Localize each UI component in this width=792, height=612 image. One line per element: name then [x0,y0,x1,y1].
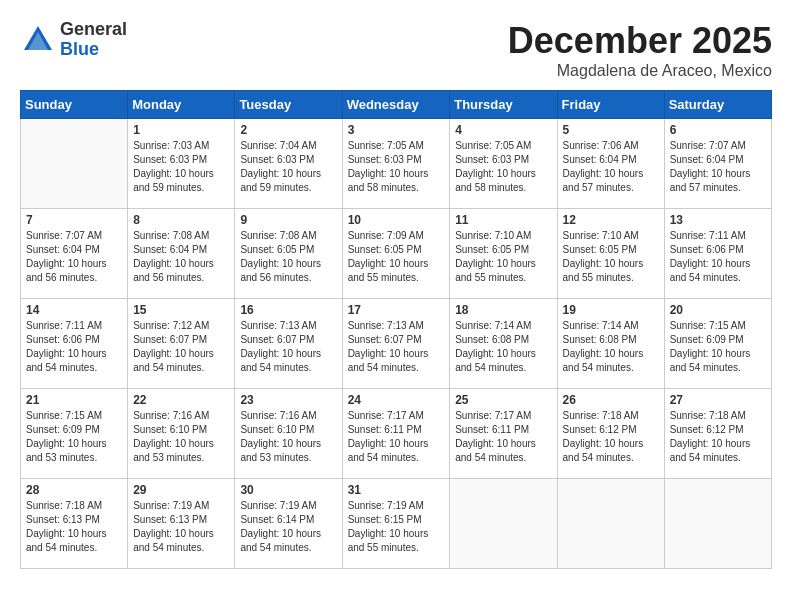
location: Magdalena de Araceo, Mexico [508,62,772,80]
day-number: 20 [670,303,766,317]
calendar-cell: 28Sunrise: 7:18 AM Sunset: 6:13 PM Dayli… [21,479,128,569]
day-number: 25 [455,393,551,407]
day-number: 23 [240,393,336,407]
day-number: 27 [670,393,766,407]
calendar-cell: 8Sunrise: 7:08 AM Sunset: 6:04 PM Daylig… [128,209,235,299]
day-info: Sunrise: 7:18 AM Sunset: 6:12 PM Dayligh… [563,409,659,465]
day-info: Sunrise: 7:07 AM Sunset: 6:04 PM Dayligh… [26,229,122,285]
day-info: Sunrise: 7:05 AM Sunset: 6:03 PM Dayligh… [348,139,445,195]
day-info: Sunrise: 7:14 AM Sunset: 6:08 PM Dayligh… [563,319,659,375]
calendar-table: SundayMondayTuesdayWednesdayThursdayFrid… [20,90,772,569]
calendar-cell: 5Sunrise: 7:06 AM Sunset: 6:04 PM Daylig… [557,119,664,209]
day-info: Sunrise: 7:05 AM Sunset: 6:03 PM Dayligh… [455,139,551,195]
day-of-week-tuesday: Tuesday [235,91,342,119]
calendar-cell [557,479,664,569]
calendar-cell [450,479,557,569]
calendar-cell: 18Sunrise: 7:14 AM Sunset: 6:08 PM Dayli… [450,299,557,389]
logo-blue: Blue [60,40,127,60]
calendar-cell: 23Sunrise: 7:16 AM Sunset: 6:10 PM Dayli… [235,389,342,479]
calendar-cell: 31Sunrise: 7:19 AM Sunset: 6:15 PM Dayli… [342,479,450,569]
day-number: 22 [133,393,229,407]
day-number: 29 [133,483,229,497]
logo-text: General Blue [60,20,127,60]
calendar-cell: 21Sunrise: 7:15 AM Sunset: 6:09 PM Dayli… [21,389,128,479]
day-info: Sunrise: 7:10 AM Sunset: 6:05 PM Dayligh… [563,229,659,285]
calendar-cell: 20Sunrise: 7:15 AM Sunset: 6:09 PM Dayli… [664,299,771,389]
calendar-cell: 6Sunrise: 7:07 AM Sunset: 6:04 PM Daylig… [664,119,771,209]
calendar-cell: 1Sunrise: 7:03 AM Sunset: 6:03 PM Daylig… [128,119,235,209]
calendar-week-1: 1Sunrise: 7:03 AM Sunset: 6:03 PM Daylig… [21,119,772,209]
month-title: December 2025 [508,20,772,62]
day-of-week-friday: Friday [557,91,664,119]
day-number: 2 [240,123,336,137]
day-info: Sunrise: 7:17 AM Sunset: 6:11 PM Dayligh… [348,409,445,465]
day-info: Sunrise: 7:11 AM Sunset: 6:06 PM Dayligh… [670,229,766,285]
day-number: 21 [26,393,122,407]
day-info: Sunrise: 7:03 AM Sunset: 6:03 PM Dayligh… [133,139,229,195]
calendar-cell: 25Sunrise: 7:17 AM Sunset: 6:11 PM Dayli… [450,389,557,479]
day-number: 18 [455,303,551,317]
day-number: 30 [240,483,336,497]
calendar-cell: 14Sunrise: 7:11 AM Sunset: 6:06 PM Dayli… [21,299,128,389]
calendar-cell: 9Sunrise: 7:08 AM Sunset: 6:05 PM Daylig… [235,209,342,299]
day-number: 15 [133,303,229,317]
page-header: General Blue December 2025 Magdalena de … [20,20,772,80]
day-number: 16 [240,303,336,317]
day-number: 6 [670,123,766,137]
calendar-cell: 15Sunrise: 7:12 AM Sunset: 6:07 PM Dayli… [128,299,235,389]
calendar-cell: 19Sunrise: 7:14 AM Sunset: 6:08 PM Dayli… [557,299,664,389]
calendar-cell: 11Sunrise: 7:10 AM Sunset: 6:05 PM Dayli… [450,209,557,299]
calendar-cell: 17Sunrise: 7:13 AM Sunset: 6:07 PM Dayli… [342,299,450,389]
calendar-cell: 16Sunrise: 7:13 AM Sunset: 6:07 PM Dayli… [235,299,342,389]
day-info: Sunrise: 7:13 AM Sunset: 6:07 PM Dayligh… [348,319,445,375]
day-info: Sunrise: 7:19 AM Sunset: 6:15 PM Dayligh… [348,499,445,555]
day-number: 10 [348,213,445,227]
day-of-week-wednesday: Wednesday [342,91,450,119]
title-area: December 2025 Magdalena de Araceo, Mexic… [508,20,772,80]
calendar-header: SundayMondayTuesdayWednesdayThursdayFrid… [21,91,772,119]
calendar-cell: 27Sunrise: 7:18 AM Sunset: 6:12 PM Dayli… [664,389,771,479]
day-info: Sunrise: 7:09 AM Sunset: 6:05 PM Dayligh… [348,229,445,285]
day-info: Sunrise: 7:15 AM Sunset: 6:09 PM Dayligh… [26,409,122,465]
day-number: 19 [563,303,659,317]
calendar-cell: 10Sunrise: 7:09 AM Sunset: 6:05 PM Dayli… [342,209,450,299]
day-number: 26 [563,393,659,407]
day-number: 24 [348,393,445,407]
day-info: Sunrise: 7:12 AM Sunset: 6:07 PM Dayligh… [133,319,229,375]
day-number: 28 [26,483,122,497]
day-number: 17 [348,303,445,317]
calendar-cell: 2Sunrise: 7:04 AM Sunset: 6:03 PM Daylig… [235,119,342,209]
day-info: Sunrise: 7:14 AM Sunset: 6:08 PM Dayligh… [455,319,551,375]
day-info: Sunrise: 7:19 AM Sunset: 6:13 PM Dayligh… [133,499,229,555]
calendar-week-5: 28Sunrise: 7:18 AM Sunset: 6:13 PM Dayli… [21,479,772,569]
logo: General Blue [20,20,127,60]
day-info: Sunrise: 7:08 AM Sunset: 6:05 PM Dayligh… [240,229,336,285]
day-info: Sunrise: 7:15 AM Sunset: 6:09 PM Dayligh… [670,319,766,375]
day-number: 1 [133,123,229,137]
calendar-cell: 29Sunrise: 7:19 AM Sunset: 6:13 PM Dayli… [128,479,235,569]
day-of-week-monday: Monday [128,91,235,119]
day-number: 9 [240,213,336,227]
calendar-week-3: 14Sunrise: 7:11 AM Sunset: 6:06 PM Dayli… [21,299,772,389]
calendar-week-4: 21Sunrise: 7:15 AM Sunset: 6:09 PM Dayli… [21,389,772,479]
day-number: 5 [563,123,659,137]
calendar-cell: 26Sunrise: 7:18 AM Sunset: 6:12 PM Dayli… [557,389,664,479]
calendar-week-2: 7Sunrise: 7:07 AM Sunset: 6:04 PM Daylig… [21,209,772,299]
day-info: Sunrise: 7:04 AM Sunset: 6:03 PM Dayligh… [240,139,336,195]
day-of-week-thursday: Thursday [450,91,557,119]
day-header-row: SundayMondayTuesdayWednesdayThursdayFrid… [21,91,772,119]
day-of-week-saturday: Saturday [664,91,771,119]
day-info: Sunrise: 7:16 AM Sunset: 6:10 PM Dayligh… [133,409,229,465]
day-info: Sunrise: 7:13 AM Sunset: 6:07 PM Dayligh… [240,319,336,375]
day-number: 31 [348,483,445,497]
day-number: 3 [348,123,445,137]
day-number: 13 [670,213,766,227]
day-info: Sunrise: 7:16 AM Sunset: 6:10 PM Dayligh… [240,409,336,465]
calendar-cell: 7Sunrise: 7:07 AM Sunset: 6:04 PM Daylig… [21,209,128,299]
day-number: 8 [133,213,229,227]
day-number: 14 [26,303,122,317]
calendar-body: 1Sunrise: 7:03 AM Sunset: 6:03 PM Daylig… [21,119,772,569]
calendar-cell: 22Sunrise: 7:16 AM Sunset: 6:10 PM Dayli… [128,389,235,479]
calendar-cell [664,479,771,569]
day-info: Sunrise: 7:08 AM Sunset: 6:04 PM Dayligh… [133,229,229,285]
